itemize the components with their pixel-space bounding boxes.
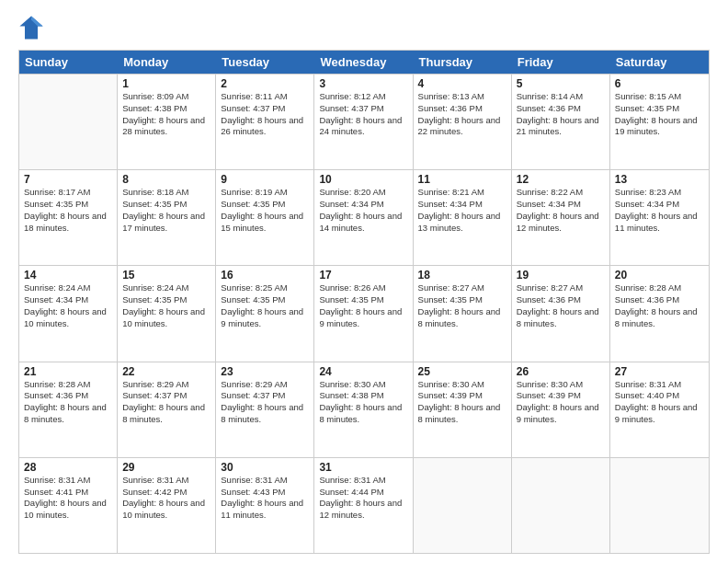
day-cell-31: 31Sunrise: 8:31 AMSunset: 4:44 PMDayligh… [314,458,413,553]
day-cell-30: 30Sunrise: 8:31 AMSunset: 4:43 PMDayligh… [216,458,314,553]
day-info: Sunrise: 8:28 AMSunset: 4:36 PMDaylight:… [615,282,704,329]
day-cell-7: 7Sunrise: 8:17 AMSunset: 4:35 PMDaylight… [19,170,118,265]
day-info: Sunrise: 8:20 AMSunset: 4:34 PMDaylight:… [319,187,407,234]
day-info: Sunrise: 8:12 AMSunset: 4:37 PMDaylight:… [319,91,407,138]
header-day-sunday: Sunday [19,51,118,74]
day-cell-23: 23Sunrise: 8:29 AMSunset: 4:37 PMDayligh… [216,362,314,457]
day-number: 7 [24,173,112,186]
day-info: Sunrise: 8:27 AMSunset: 4:36 PMDaylight:… [517,282,605,329]
day-cell-8: 8Sunrise: 8:18 AMSunset: 4:35 PMDaylight… [118,170,216,265]
page: SundayMondayTuesdayWednesdayThursdayFrid… [0,0,728,563]
day-number: 24 [319,365,407,378]
day-info: Sunrise: 8:15 AMSunset: 4:35 PMDaylight:… [615,91,704,138]
day-cell-10: 10Sunrise: 8:20 AMSunset: 4:34 PMDayligh… [314,170,413,265]
day-info: Sunrise: 8:27 AMSunset: 4:35 PMDaylight:… [418,282,506,329]
calendar-header: SundayMondayTuesdayWednesdayThursdayFrid… [19,51,709,74]
day-info: Sunrise: 8:28 AMSunset: 4:36 PMDaylight:… [24,379,112,426]
day-info: Sunrise: 8:30 AMSunset: 4:39 PMDaylight:… [418,379,506,426]
calendar-row-1: 7Sunrise: 8:17 AMSunset: 4:35 PMDaylight… [19,169,709,265]
day-cell-11: 11Sunrise: 8:21 AMSunset: 4:34 PMDayligh… [414,170,512,265]
day-number: 3 [319,77,407,90]
day-number: 25 [418,365,506,378]
day-info: Sunrise: 8:30 AMSunset: 4:39 PMDaylight:… [517,379,605,426]
day-info: Sunrise: 8:14 AMSunset: 4:36 PMDaylight:… [517,91,605,138]
day-cell-19: 19Sunrise: 8:27 AMSunset: 4:36 PMDayligh… [512,266,610,361]
calendar: SundayMondayTuesdayWednesdayThursdayFrid… [18,50,710,554]
empty-cell [512,458,610,553]
day-info: Sunrise: 8:21 AMSunset: 4:34 PMDaylight:… [418,187,506,234]
day-cell-4: 4Sunrise: 8:13 AMSunset: 4:36 PMDaylight… [414,75,512,169]
day-number: 1 [122,77,210,90]
day-cell-15: 15Sunrise: 8:24 AMSunset: 4:35 PMDayligh… [118,266,216,361]
day-cell-12: 12Sunrise: 8:22 AMSunset: 4:34 PMDayligh… [512,170,610,265]
day-info: Sunrise: 8:31 AMSunset: 4:42 PMDaylight:… [122,475,210,522]
day-number: 23 [221,365,309,378]
calendar-row-4: 28Sunrise: 8:31 AMSunset: 4:41 PMDayligh… [19,457,709,553]
day-cell-13: 13Sunrise: 8:23 AMSunset: 4:34 PMDayligh… [610,170,709,265]
day-info: Sunrise: 8:13 AMSunset: 4:36 PMDaylight:… [418,91,506,138]
day-number: 14 [24,269,112,282]
day-number: 26 [517,365,605,378]
day-number: 9 [221,173,309,186]
day-number: 21 [24,365,112,378]
day-cell-1: 1Sunrise: 8:09 AMSunset: 4:38 PMDaylight… [118,75,216,169]
day-info: Sunrise: 8:09 AMSunset: 4:38 PMDaylight:… [122,91,210,138]
day-info: Sunrise: 8:30 AMSunset: 4:38 PMDaylight:… [319,379,407,426]
empty-cell [19,75,118,169]
day-cell-22: 22Sunrise: 8:29 AMSunset: 4:37 PMDayligh… [118,362,216,457]
day-cell-27: 27Sunrise: 8:31 AMSunset: 4:40 PMDayligh… [610,362,709,457]
day-cell-21: 21Sunrise: 8:28 AMSunset: 4:36 PMDayligh… [19,362,118,457]
day-number: 12 [517,173,605,186]
day-cell-2: 2Sunrise: 8:11 AMSunset: 4:37 PMDaylight… [216,75,314,169]
empty-cell [610,458,709,553]
day-number: 13 [615,173,704,186]
day-number: 16 [221,269,309,282]
header-day-tuesday: Tuesday [216,51,314,74]
day-info: Sunrise: 8:29 AMSunset: 4:37 PMDaylight:… [122,379,210,426]
day-info: Sunrise: 8:25 AMSunset: 4:35 PMDaylight:… [221,282,309,329]
day-number: 8 [122,173,210,186]
day-cell-9: 9Sunrise: 8:19 AMSunset: 4:35 PMDaylight… [216,170,314,265]
day-info: Sunrise: 8:18 AMSunset: 4:35 PMDaylight:… [122,187,210,234]
day-cell-5: 5Sunrise: 8:14 AMSunset: 4:36 PMDaylight… [512,75,610,169]
empty-cell [414,458,512,553]
day-cell-16: 16Sunrise: 8:25 AMSunset: 4:35 PMDayligh… [216,266,314,361]
day-info: Sunrise: 8:23 AMSunset: 4:34 PMDaylight:… [615,187,704,234]
header-day-friday: Friday [512,51,610,74]
header-day-saturday: Saturday [610,51,709,74]
day-number: 2 [221,77,309,90]
day-info: Sunrise: 8:26 AMSunset: 4:35 PMDaylight:… [319,282,407,329]
day-cell-28: 28Sunrise: 8:31 AMSunset: 4:41 PMDayligh… [19,458,118,553]
calendar-row-0: 1Sunrise: 8:09 AMSunset: 4:38 PMDaylight… [19,74,709,169]
day-number: 17 [319,269,407,282]
day-cell-20: 20Sunrise: 8:28 AMSunset: 4:36 PMDayligh… [610,266,709,361]
day-number: 22 [122,365,210,378]
day-cell-14: 14Sunrise: 8:24 AMSunset: 4:34 PMDayligh… [19,266,118,361]
day-info: Sunrise: 8:19 AMSunset: 4:35 PMDaylight:… [221,187,309,234]
header-day-monday: Monday [118,51,216,74]
day-number: 15 [122,269,210,282]
day-number: 20 [615,269,704,282]
day-info: Sunrise: 8:29 AMSunset: 4:37 PMDaylight:… [221,379,309,426]
day-number: 28 [24,461,112,474]
day-number: 27 [615,365,704,378]
logo [18,15,48,40]
day-number: 30 [221,461,309,474]
day-info: Sunrise: 8:11 AMSunset: 4:37 PMDaylight:… [221,91,309,138]
day-number: 31 [319,461,407,474]
day-info: Sunrise: 8:24 AMSunset: 4:35 PMDaylight:… [122,282,210,329]
day-cell-6: 6Sunrise: 8:15 AMSunset: 4:35 PMDaylight… [610,75,709,169]
day-number: 19 [517,269,605,282]
header-day-wednesday: Wednesday [314,51,413,74]
day-info: Sunrise: 8:22 AMSunset: 4:34 PMDaylight:… [517,187,605,234]
logo-icon [18,15,44,40]
calendar-row-2: 14Sunrise: 8:24 AMSunset: 4:34 PMDayligh… [19,265,709,361]
day-number: 29 [122,461,210,474]
day-cell-29: 29Sunrise: 8:31 AMSunset: 4:42 PMDayligh… [118,458,216,553]
day-number: 4 [418,77,506,90]
day-info: Sunrise: 8:31 AMSunset: 4:41 PMDaylight:… [24,475,112,522]
day-cell-18: 18Sunrise: 8:27 AMSunset: 4:35 PMDayligh… [414,266,512,361]
day-info: Sunrise: 8:31 AMSunset: 4:44 PMDaylight:… [319,475,407,522]
day-number: 10 [319,173,407,186]
day-number: 5 [517,77,605,90]
